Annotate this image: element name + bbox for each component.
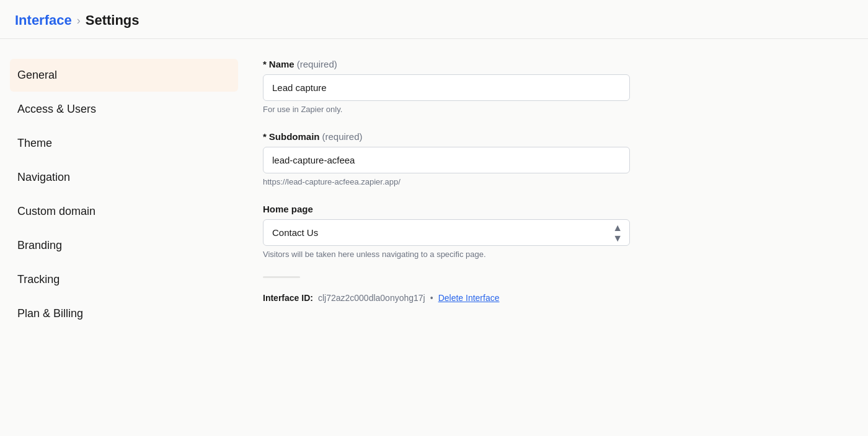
homepage-select[interactable]: Contact Us Home About xyxy=(263,219,630,246)
sidebar-item-navigation[interactable]: Navigation xyxy=(10,161,238,194)
sidebar: General Access & Users Theme Navigation … xyxy=(0,59,248,331)
main-layout: General Access & Users Theme Navigation … xyxy=(0,39,868,331)
sidebar-item-tracking[interactable]: Tracking xyxy=(10,263,238,296)
interface-id-dot: • xyxy=(430,293,433,303)
homepage-field-group: Home page Contact Us Home About ▲ ▼ Visi… xyxy=(263,204,630,259)
breadcrumb-separator: › xyxy=(77,14,81,27)
sidebar-item-theme[interactable]: Theme xyxy=(10,127,238,160)
sidebar-item-general[interactable]: General xyxy=(10,59,238,92)
name-required-text: (required) xyxy=(297,59,337,69)
name-label-text: Name xyxy=(269,59,294,69)
page-header: Interface › Settings xyxy=(0,0,868,39)
sidebar-item-custom-domain[interactable]: Custom domain xyxy=(10,195,238,228)
interface-id-row: Interface ID: clj72az2c000dla0onyohg17j … xyxy=(263,293,630,303)
name-hint: For use in Zapier only. xyxy=(263,105,630,114)
subdomain-required-star: * xyxy=(263,131,267,142)
name-field-group: * Name (required) For use in Zapier only… xyxy=(263,59,630,114)
breadcrumb-current: Settings xyxy=(86,12,140,28)
interface-id-label: Interface ID: xyxy=(263,293,313,303)
subdomain-label-text: Subdomain xyxy=(269,131,320,142)
homepage-select-wrapper: Contact Us Home About ▲ ▼ xyxy=(263,219,630,246)
subdomain-required-text: (required) xyxy=(322,131,363,142)
homepage-label-text: Home page xyxy=(263,204,313,214)
subdomain-input[interactable] xyxy=(263,147,630,173)
breadcrumb: Interface › Settings xyxy=(15,12,140,28)
homepage-label: Home page xyxy=(263,204,630,214)
subdomain-label: * Subdomain (required) xyxy=(263,131,630,142)
name-required-star: * xyxy=(263,59,267,69)
name-input[interactable] xyxy=(263,74,630,101)
name-label: * Name (required) xyxy=(263,59,630,69)
delete-interface-link[interactable]: Delete Interface xyxy=(438,293,500,303)
interface-id-value: clj72az2c000dla0onyohg17j xyxy=(318,293,425,303)
sidebar-item-branding[interactable]: Branding xyxy=(10,229,238,262)
homepage-hint: Visitors will be taken here unless navig… xyxy=(263,250,630,259)
sidebar-item-plan-billing[interactable]: Plan & Billing xyxy=(10,297,238,330)
breadcrumb-interface-link[interactable]: Interface xyxy=(15,12,72,28)
sidebar-item-access-users[interactable]: Access & Users xyxy=(10,93,238,126)
subdomain-url: https://lead-capture-acfeea.zapier.app/ xyxy=(263,177,630,186)
section-divider xyxy=(263,276,300,278)
settings-content: * Name (required) For use in Zapier only… xyxy=(248,59,645,331)
subdomain-field-group: * Subdomain (required) https://lead-capt… xyxy=(263,131,630,186)
